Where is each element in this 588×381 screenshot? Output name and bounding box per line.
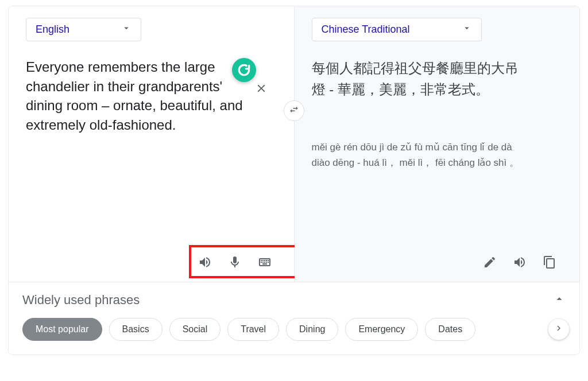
- source-toolbar: [198, 255, 272, 271]
- close-icon: [255, 87, 268, 96]
- collapse-button[interactable]: [553, 293, 566, 308]
- swap-languages-button[interactable]: [284, 100, 304, 121]
- listen-source-button[interactable]: [198, 255, 212, 271]
- chip-basics[interactable]: Basics: [109, 318, 163, 341]
- copy-icon: [543, 255, 556, 271]
- chip-emergency[interactable]: Emergency: [345, 318, 418, 341]
- target-toolbar: [483, 255, 556, 271]
- listen-target-button[interactable]: [513, 255, 527, 271]
- romanization-text: měi gè rén dōu jì de zǔ fù mǔ cān tīng l…: [312, 140, 530, 170]
- pencil-icon: [483, 255, 497, 271]
- speaker-icon: [198, 255, 212, 271]
- clear-button[interactable]: [255, 82, 268, 97]
- microphone-icon: [228, 255, 242, 271]
- target-text: 每個人都記得祖父母餐廳里的大吊燈 - 華麗，美麗，非常老式。: [312, 57, 530, 100]
- target-language-label: Chinese Traditional: [322, 24, 410, 36]
- copy-button[interactable]: [543, 255, 556, 271]
- grammarly-icon[interactable]: [232, 58, 256, 82]
- chip-most-popular[interactable]: Most popular: [22, 318, 102, 341]
- source-language-label: English: [36, 24, 69, 36]
- target-pane: Chinese Traditional 每個人都記得祖父母餐廳里的大吊燈 - 華…: [295, 6, 580, 282]
- chevron-down-icon: [121, 23, 131, 36]
- keyboard-button[interactable]: [258, 255, 272, 271]
- chip-dining[interactable]: Dining: [286, 318, 338, 341]
- chip-social[interactable]: Social: [169, 318, 221, 341]
- translate-panes: English Everyone remembers the large cha…: [9, 6, 579, 282]
- phrases-section: Widely used phrases Most popular Basics …: [9, 282, 579, 355]
- chevron-right-icon: [554, 323, 564, 336]
- voice-input-button[interactable]: [228, 255, 242, 271]
- chevron-up-icon: [553, 297, 566, 307]
- scroll-right-button[interactable]: [548, 319, 569, 340]
- keyboard-icon: [258, 255, 272, 271]
- chip-travel[interactable]: Travel: [227, 318, 279, 341]
- phrase-categories: Most popular Basics Social Travel Dining…: [22, 318, 566, 341]
- source-text[interactable]: Everyone remembers the large chandelier …: [26, 57, 244, 134]
- source-pane: English Everyone remembers the large cha…: [9, 6, 295, 282]
- phrases-title: Widely used phrases: [22, 293, 140, 308]
- swap-icon: [289, 104, 299, 117]
- translate-card: English Everyone remembers the large cha…: [8, 6, 580, 355]
- edit-button[interactable]: [483, 255, 497, 271]
- chip-dates[interactable]: Dates: [425, 318, 475, 341]
- speaker-icon: [513, 255, 527, 271]
- chevron-down-icon: [462, 23, 472, 36]
- target-language-select[interactable]: Chinese Traditional: [312, 18, 482, 41]
- source-language-select[interactable]: English: [26, 18, 141, 41]
- phrases-header: Widely used phrases: [22, 293, 566, 308]
